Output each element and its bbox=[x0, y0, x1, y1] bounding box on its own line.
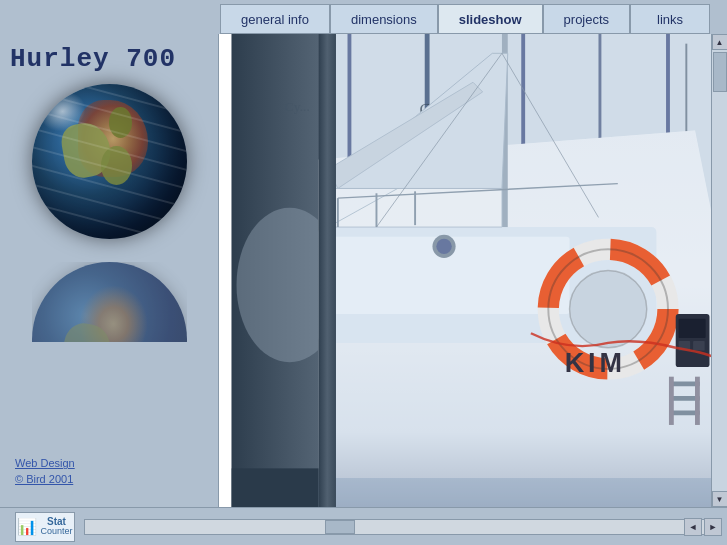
svg-text:Cy...: Cy... bbox=[285, 99, 310, 114]
tab-slideshow[interactable]: slideshow bbox=[438, 4, 543, 34]
nav-arrows: ◄ ► bbox=[684, 518, 722, 536]
content-panel: Cirrus Cy... bbox=[218, 34, 727, 507]
boat-image: Cirrus Cy... bbox=[219, 34, 727, 507]
horizontal-scrollbar[interactable] bbox=[84, 519, 718, 535]
stat-icon: 📊 bbox=[17, 517, 37, 536]
tab-projects[interactable]: projects bbox=[543, 4, 631, 34]
scroll-up-button[interactable]: ▲ bbox=[712, 34, 728, 50]
svg-rect-37 bbox=[669, 377, 674, 425]
svg-rect-43 bbox=[319, 478, 715, 507]
site-title: Hurley 700 bbox=[10, 44, 208, 74]
svg-rect-40 bbox=[679, 319, 706, 338]
svg-rect-42 bbox=[693, 341, 705, 351]
svg-text:KIM: KIM bbox=[565, 348, 626, 378]
nav-bar: general info dimensions slideshow projec… bbox=[0, 0, 727, 34]
tab-general-info[interactable]: general info bbox=[220, 4, 330, 34]
svg-rect-38 bbox=[695, 377, 700, 425]
stat-counter[interactable]: 📊 Stat Counter bbox=[15, 512, 75, 542]
scroll-thumb[interactable] bbox=[713, 52, 727, 92]
tab-links[interactable]: links bbox=[630, 4, 710, 34]
app-container: general info dimensions slideshow projec… bbox=[0, 0, 727, 545]
web-design-credit[interactable]: Web Design © Bird 2001 bbox=[15, 456, 75, 487]
svg-rect-48 bbox=[319, 34, 336, 507]
tab-dimensions[interactable]: dimensions bbox=[330, 4, 438, 34]
bottom-bar: 📊 Stat Counter ◄ ► bbox=[0, 507, 727, 545]
scroll-down-button[interactable]: ▼ bbox=[712, 491, 728, 507]
svg-point-46 bbox=[436, 239, 451, 254]
globe-container bbox=[24, 84, 194, 254]
earth-globe bbox=[32, 84, 187, 239]
main-content: Hurley 700 Web Design © Bird 2001 bbox=[0, 34, 727, 507]
cloud-overlay bbox=[32, 84, 187, 239]
vertical-scrollbar[interactable]: ▲ ▼ bbox=[711, 34, 727, 507]
horiz-scroll-thumb[interactable] bbox=[325, 520, 355, 534]
nav-right-button[interactable]: ► bbox=[704, 518, 722, 536]
globe-reflection bbox=[32, 262, 187, 342]
svg-rect-44 bbox=[232, 468, 319, 507]
nav-left-button[interactable]: ◄ bbox=[684, 518, 702, 536]
earth-reflection bbox=[32, 262, 187, 342]
sidebar: Hurley 700 Web Design © Bird 2001 bbox=[0, 34, 218, 507]
